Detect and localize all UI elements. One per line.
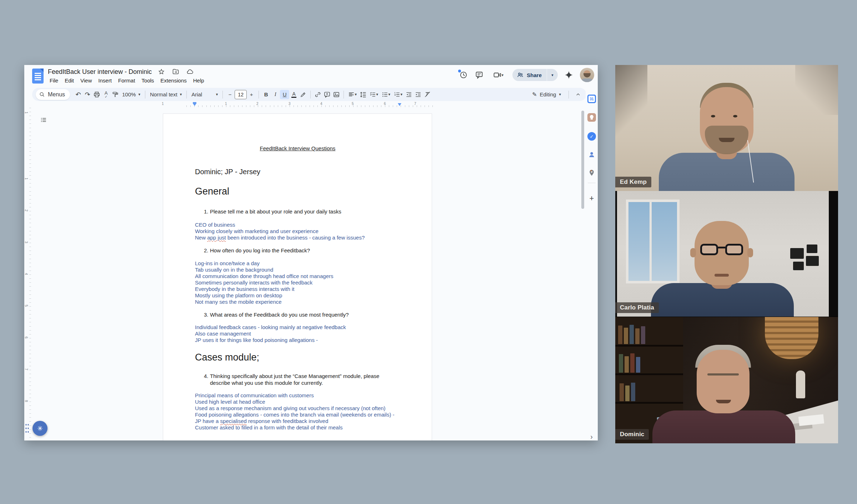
doc-subheading: Dominic; JP - Jersey	[195, 167, 400, 176]
answer-line: Mostly using the platform on desktop	[195, 292, 400, 299]
star-icon[interactable]	[157, 67, 166, 76]
background-window	[626, 200, 680, 283]
version-history-icon[interactable]	[459, 70, 468, 80]
meet-call-icon[interactable]: ▾	[490, 70, 506, 80]
share-caret-button[interactable]: ▾	[547, 69, 558, 81]
increase-indent-button[interactable]	[414, 90, 423, 99]
add-comment-button[interactable]	[322, 90, 332, 99]
cloud-status-icon[interactable]	[185, 67, 195, 76]
vertical-ruler: 1 1 2 3 4 5 6 7 8	[25, 108, 31, 440]
answers-q4: Principal means of communication with cu…	[195, 392, 400, 431]
doc-heading: FeedItBack Interview Questions	[195, 145, 400, 152]
gemini-icon[interactable]	[564, 70, 573, 80]
font-size-input[interactable]: 12	[235, 90, 247, 99]
zoom-select[interactable]: 100%▾	[120, 90, 142, 99]
toolbar: Menus ↶ ↷ A✓ 100%▾ Normal text▾ Arial▾ −…	[32, 88, 586, 101]
answer-line: Customer asked to filled in a form with …	[195, 424, 400, 431]
answer-line: Working closely with marketing and user …	[195, 228, 400, 235]
redo-button[interactable]: ↷	[83, 90, 92, 99]
pencil-icon: ✎	[532, 91, 537, 98]
misspelled-word: app just	[207, 235, 226, 241]
highlight-button[interactable]	[299, 90, 308, 99]
increase-font-button[interactable]: +	[247, 90, 256, 99]
bold-button[interactable]: B	[261, 90, 271, 99]
bulleted-list-button[interactable]: ▾	[380, 90, 392, 99]
answer-line: Used as a response mechanism and giving …	[195, 405, 400, 412]
side-panel-rail: 31 ✓ +	[586, 87, 598, 440]
menu-view[interactable]: View	[77, 76, 95, 85]
checklist-button[interactable]: ▾	[368, 90, 380, 99]
video-tile-ed-kemp[interactable]: Ed Kemp	[615, 65, 838, 191]
menu-file[interactable]: File	[46, 76, 61, 85]
keep-icon[interactable]	[587, 113, 596, 122]
undo-button[interactable]: ↶	[74, 90, 83, 99]
line-spacing-button[interactable]	[359, 90, 368, 99]
answer-line: Individual feedback cases - looking main…	[195, 324, 400, 331]
indent-marker-left[interactable]	[193, 102, 196, 104]
answers-q3: Individual feedback cases - looking main…	[195, 324, 400, 343]
italic-button[interactable]: I	[271, 90, 280, 99]
misspelled-word: specialised	[220, 418, 247, 424]
calendar-icon[interactable]: 31	[587, 94, 596, 104]
docs-file-icon[interactable]	[32, 69, 44, 84]
answer-line: Log-ins in once/twice a day	[195, 260, 400, 267]
account-avatar[interactable]	[580, 68, 594, 82]
indent-marker-right[interactable]	[398, 103, 401, 106]
answer-line: Everybody in the business interacts with…	[195, 286, 400, 292]
answer-line: Not many ses the mobile experience	[195, 299, 400, 305]
insert-link-button[interactable]	[313, 90, 322, 99]
decrease-indent-button[interactable]	[404, 90, 414, 99]
video-call-panel: Ed Kemp Carlo Pla	[615, 65, 838, 443]
insert-image-button[interactable]	[332, 90, 341, 99]
document-scrollbar[interactable]	[581, 111, 584, 209]
menu-help[interactable]: Help	[190, 76, 207, 85]
decrease-font-button[interactable]: −	[225, 90, 235, 99]
move-folder-icon[interactable]	[171, 67, 180, 76]
meet-caret-icon[interactable]: ▾	[502, 73, 504, 77]
menu-insert[interactable]: Insert	[95, 76, 115, 85]
font-select[interactable]: Arial▾	[189, 90, 220, 99]
numbered-list-button[interactable]: ▾	[392, 90, 404, 99]
document-outline-button[interactable]	[39, 115, 49, 125]
contacts-icon[interactable]	[587, 150, 596, 159]
paint-format-button[interactable]	[111, 90, 120, 99]
menu-edit[interactable]: Edit	[61, 76, 77, 85]
wall-frames	[787, 245, 830, 284]
paragraph-style-select[interactable]: Normal text▾	[148, 90, 184, 99]
answer-line: Tab usually on in the background	[195, 267, 400, 273]
document-page[interactable]: FeedItBack Interview Questions Dominic; …	[163, 114, 432, 440]
comments-icon[interactable]	[475, 70, 484, 80]
share-button[interactable]: Share	[512, 69, 547, 81]
wicker-lamp	[765, 317, 818, 359]
document-title[interactable]: FeedItBack User interview - Dominic	[48, 68, 152, 76]
underline-button[interactable]: U	[280, 90, 289, 99]
question-4: 4. Thinking specifically about just the …	[195, 373, 400, 386]
answer-line: All communication done through head offi…	[195, 273, 400, 279]
tasks-icon[interactable]: ✓	[587, 132, 596, 141]
side-panel-expand-chevron[interactable]: ›	[590, 433, 593, 441]
get-addons-button[interactable]: +	[587, 194, 596, 203]
menu-tools[interactable]: Tools	[138, 76, 157, 85]
answer-line: Principal means of communication with cu…	[195, 392, 400, 399]
search-icon	[39, 92, 45, 97]
menu-format[interactable]: Format	[115, 76, 139, 85]
video-tile-dominic[interactable]: Dominic	[615, 317, 838, 443]
maps-icon[interactable]	[587, 168, 596, 177]
align-button[interactable]: ▾	[346, 90, 359, 99]
answers-q2: Log-ins in once/twice a day Tab usually …	[195, 260, 400, 305]
menus-search-button[interactable]: Menus	[36, 89, 70, 100]
statue	[796, 371, 805, 398]
text-color-button[interactable]: A	[289, 90, 299, 99]
video-tile-carlo-platia[interactable]: Carlo Platia	[615, 191, 838, 317]
print-button[interactable]	[92, 90, 101, 99]
participant-name-tag: Dominic	[615, 429, 649, 440]
google-docs-window: FeedItBack User interview - Dominic File…	[24, 65, 598, 440]
assistant-widget[interactable]: ✳	[32, 421, 47, 436]
clear-formatting-button[interactable]	[423, 90, 432, 99]
menu-extensions[interactable]: Extensions	[157, 76, 190, 85]
spellcheck-button[interactable]: A✓	[101, 90, 111, 99]
menu-bar: File Edit View Insert Format Tools Exten…	[46, 76, 207, 85]
collapse-toolbar-button[interactable]	[573, 90, 583, 99]
participant-name-tag: Carlo Platia	[615, 302, 659, 313]
mode-select[interactable]: ✎ Editing ▾	[529, 91, 564, 98]
